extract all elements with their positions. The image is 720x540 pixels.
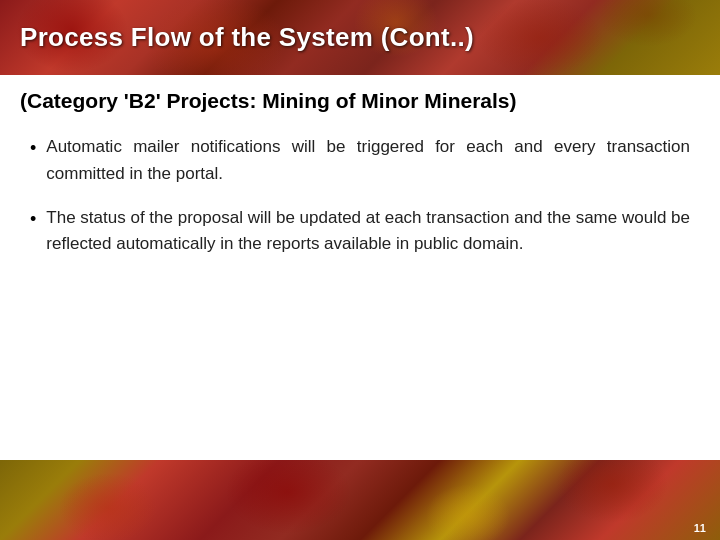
bg-bottom <box>0 460 720 540</box>
bullet-item-1: • Automatic mailer notifications will be… <box>30 134 690 187</box>
header-title: Process Flow of the System (Cont..) <box>0 0 720 75</box>
bullet-text-2: The status of the proposal will be updat… <box>46 205 690 258</box>
subtitle: (Category 'B2' Projects: Mining of Minor… <box>0 75 720 124</box>
slide-title: Process Flow of the System (Cont..) <box>20 22 474 53</box>
content-area: (Category 'B2' Projects: Mining of Minor… <box>0 75 720 460</box>
bullet-text-1: Automatic mailer notifications will be t… <box>46 134 690 187</box>
bullet-dot-1: • <box>30 135 36 163</box>
bullet-dot-2: • <box>30 206 36 234</box>
page-number: 11 <box>694 522 706 534</box>
bullet-list: • Automatic mailer notifications will be… <box>0 124 720 285</box>
bullet-item-2: • The status of the proposal will be upd… <box>30 205 690 258</box>
slide-container: Process Flow of the System (Cont..) (Cat… <box>0 0 720 540</box>
